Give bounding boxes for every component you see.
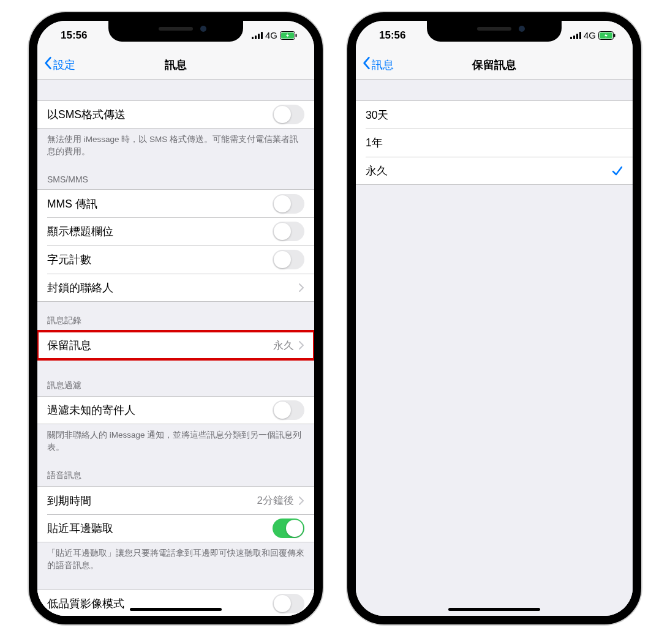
header-filter: 訊息過濾	[37, 359, 314, 396]
status-right: 4G	[252, 30, 297, 40]
toggle-low-quality[interactable]	[273, 594, 304, 613]
svg-rect-3	[261, 32, 263, 39]
toggle-mms[interactable]	[273, 194, 304, 214]
row-filter-unknown[interactable]: 過濾未知的寄件人	[37, 396, 314, 424]
chevron-right-icon	[299, 341, 304, 350]
option-label: 永久	[366, 163, 388, 178]
chevron-right-icon	[299, 496, 304, 505]
row-label: 以SMS格式傳送	[47, 107, 126, 122]
content-left[interactable]: 以SMS格式傳送 無法使用 iMessage 時，以 SMS 格式傳送。可能需支…	[37, 80, 314, 616]
notch	[427, 21, 562, 42]
row-label: MMS 傳訊	[47, 197, 97, 211]
nav-bar: 訊息 保留訊息	[356, 50, 633, 80]
row-raise-to-listen[interactable]: 貼近耳邊聽取	[37, 514, 314, 542]
header-history: 訊息記錄	[37, 302, 314, 331]
back-label: 設定	[53, 58, 75, 72]
spacer	[37, 80, 314, 100]
row-label: 過濾未知的寄件人	[47, 403, 135, 417]
svg-rect-2	[258, 34, 260, 39]
content-right[interactable]: 30天 1年 永久	[356, 80, 633, 616]
toggle-raise-to-listen[interactable]	[273, 519, 304, 538]
row-blocked[interactable]: 封鎖的聯絡人	[37, 274, 314, 302]
battery-icon	[598, 31, 615, 40]
back-button[interactable]: 設定	[43, 56, 75, 73]
footer-filter: 關閉非聯絡人的 iMessage 通知，並將這些訊息分類到另一個訊息列表。	[37, 424, 314, 457]
row-char-count[interactable]: 字元計數	[37, 245, 314, 274]
toggle-filter-unknown[interactable]	[273, 400, 304, 420]
svg-rect-13	[614, 34, 615, 37]
nav-title: 訊息	[165, 58, 187, 72]
row-value: 2分鐘後	[257, 493, 294, 507]
header-audio: 語音訊息	[37, 457, 314, 486]
row-send-as-sms[interactable]: 以SMS格式傳送	[37, 100, 314, 129]
row-label: 字元計數	[47, 252, 91, 267]
row-label: 保留訊息	[47, 338, 91, 353]
row-label: 低品質影像模式	[47, 596, 124, 611]
svg-rect-1	[255, 36, 257, 39]
row-mms-messaging[interactable]: MMS 傳訊	[37, 189, 314, 217]
row-low-quality[interactable]: 低品質影像模式	[37, 590, 314, 616]
option-label: 1年	[366, 135, 383, 150]
chevron-right-icon	[299, 283, 304, 292]
home-indicator[interactable]	[448, 608, 540, 611]
nav-title: 保留訊息	[472, 58, 516, 72]
back-button[interactable]: 訊息	[362, 56, 394, 73]
row-label: 貼近耳邊聽取	[47, 521, 113, 536]
battery-icon	[280, 31, 297, 40]
row-expire[interactable]: 到期時間 2分鐘後	[37, 486, 314, 514]
toggle-char-count[interactable]	[273, 250, 304, 269]
status-time: 15:56	[373, 29, 405, 42]
footer-send-as-sms: 無法使用 iMessage 時，以 SMS 格式傳送。可能需支付電信業者訊息的費…	[37, 129, 314, 161]
toggle-show-subject[interactable]	[273, 222, 304, 241]
svg-rect-10	[579, 32, 581, 39]
svg-rect-6	[296, 34, 297, 37]
row-label: 到期時間	[47, 493, 91, 508]
screen-left: 15:56 4G 設定 訊息 以SM	[37, 21, 314, 616]
phone-left: 15:56 4G 設定 訊息 以SM	[29, 12, 323, 624]
nav-bar: 設定 訊息	[37, 50, 314, 80]
option-label: 30天	[366, 108, 388, 122]
toggle-send-as-sms[interactable]	[273, 105, 304, 124]
row-label: 顯示標題欄位	[47, 224, 113, 239]
chevron-left-icon	[43, 56, 52, 73]
svg-rect-9	[576, 34, 578, 39]
option-forever[interactable]: 永久	[356, 157, 633, 185]
chevron-left-icon	[362, 56, 371, 73]
status-network: 4G	[584, 30, 596, 40]
status-right: 4G	[570, 30, 615, 40]
row-show-subject[interactable]: 顯示標題欄位	[37, 217, 314, 245]
row-label: 封鎖的聯絡人	[47, 280, 113, 295]
option-1-year[interactable]: 1年	[356, 129, 633, 157]
screen-right: 15:56 4G 訊息 保留訊息 3	[356, 21, 633, 616]
row-keep-messages[interactable]: 保留訊息 永久	[37, 331, 314, 359]
row-value: 永久	[273, 339, 294, 353]
notch	[108, 21, 243, 42]
back-label: 訊息	[372, 58, 394, 72]
spacer	[356, 80, 633, 100]
svg-rect-8	[573, 36, 575, 39]
home-indicator[interactable]	[130, 608, 222, 611]
status-network: 4G	[265, 30, 277, 40]
header-sms-mms: SMS/MMS	[37, 161, 314, 189]
phone-right: 15:56 4G 訊息 保留訊息 3	[347, 12, 641, 624]
signal-icon	[252, 32, 263, 39]
signal-icon	[570, 32, 581, 39]
svg-rect-0	[252, 37, 254, 39]
status-time: 15:56	[55, 29, 87, 42]
svg-rect-7	[570, 37, 572, 39]
footer-raise: 「貼近耳邊聽取」讓您只要將電話拿到耳邊即可快速聽取和回覆傳來的語音訊息。	[37, 542, 314, 575]
checkmark-icon	[612, 165, 623, 176]
option-30-days[interactable]: 30天	[356, 100, 633, 129]
